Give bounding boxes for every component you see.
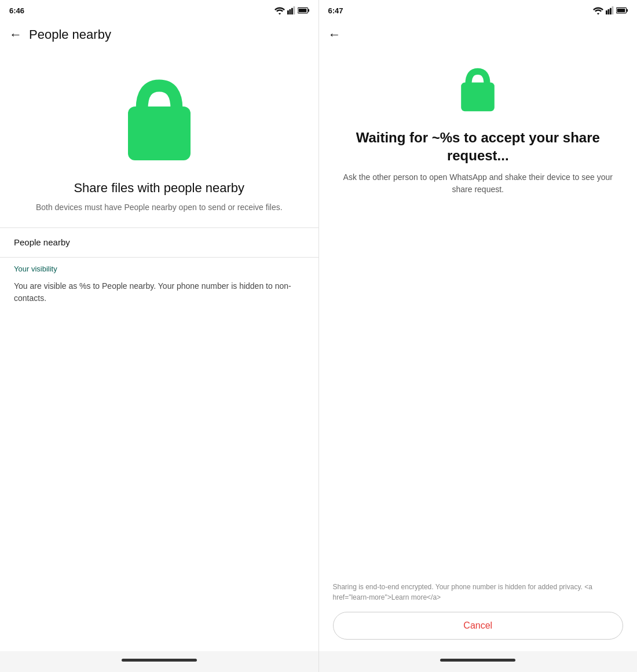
wifi-icon — [274, 6, 285, 14]
svg-rect-13 — [627, 9, 628, 12]
share-subtitle: Both devices must have People nearby ope… — [36, 201, 283, 214]
svg-rect-5 — [307, 9, 309, 12]
nav-bar-right — [319, 651, 638, 672]
encryption-note: Sharing is end-to-end encrypted. Your ph… — [333, 582, 624, 603]
back-button-right[interactable]: ← — [328, 28, 341, 41]
cancel-button[interactable]: Cancel — [333, 612, 624, 640]
svg-rect-0 — [287, 10, 289, 14]
page-title-left: People nearby — [29, 27, 111, 42]
app-bar-right: ← — [319, 19, 638, 51]
svg-rect-10 — [610, 8, 612, 14]
signal-icon-right — [606, 6, 614, 14]
screen-content-left: Share files with people nearby Both devi… — [0, 51, 318, 651]
status-bar-left: 6:46 — [0, 0, 318, 19]
battery-icon-right — [616, 6, 628, 14]
waiting-subtitle: Ask the other person to open WhatsApp an… — [333, 171, 624, 196]
wifi-icon-right — [593, 6, 603, 14]
svg-rect-8 — [606, 10, 607, 14]
svg-rect-3 — [293, 6, 295, 14]
status-icons-left — [274, 6, 309, 14]
right-screen: 6:47 — [319, 0, 638, 672]
people-nearby-label: People nearby — [14, 237, 70, 247]
svg-rect-2 — [291, 8, 293, 14]
status-bar-right: 6:47 — [319, 0, 638, 19]
bottom-section: Sharing is end-to-end encrypted. Your ph… — [319, 572, 638, 651]
people-nearby-item[interactable]: People nearby — [0, 228, 318, 258]
app-bar-left: ← People nearby — [0, 19, 318, 51]
left-main-content: Share files with people nearby Both devi… — [0, 51, 318, 227]
svg-rect-9 — [608, 9, 610, 14]
svg-rect-11 — [612, 6, 614, 14]
lock-icon-large — [110, 68, 208, 167]
lock-icon-small — [452, 63, 504, 115]
visibility-description: You are visible as %s to People nearby. … — [0, 277, 318, 314]
share-title: Share files with people nearby — [74, 181, 244, 196]
nav-pill-right — [440, 659, 515, 662]
svg-rect-1 — [289, 9, 291, 14]
waiting-title: Waiting for ~%s to accept your share req… — [333, 128, 624, 164]
back-button-left[interactable]: ← — [9, 28, 22, 41]
svg-rect-14 — [617, 9, 625, 12]
svg-rect-7 — [128, 107, 191, 160]
screen-content-right: Waiting for ~%s to accept your share req… — [319, 51, 638, 651]
time-left: 6:46 — [9, 6, 24, 15]
battery-icon — [298, 6, 309, 14]
svg-rect-6 — [298, 9, 306, 12]
svg-rect-15 — [461, 83, 495, 112]
status-icons-right — [593, 6, 628, 14]
left-screen: 6:46 — [0, 0, 319, 672]
signal-icon — [287, 6, 295, 14]
time-right: 6:47 — [328, 6, 343, 15]
nav-bar-left — [0, 651, 318, 672]
nav-pill-left — [122, 659, 197, 662]
visibility-label: Your visibility — [0, 258, 318, 277]
right-main-content: Waiting for ~%s to accept your share req… — [319, 51, 638, 572]
